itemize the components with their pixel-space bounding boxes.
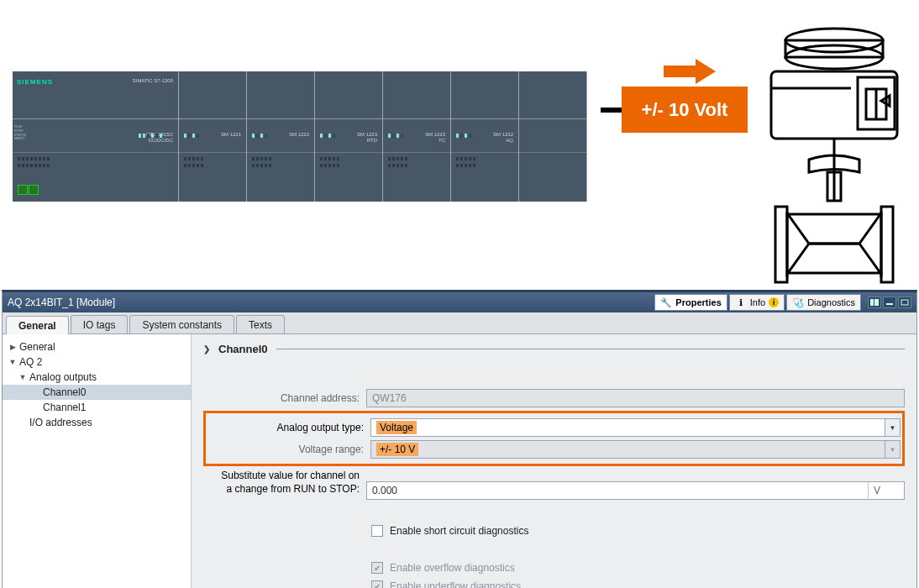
titlebar-tab-diagnostics[interactable]: 🩺 Diagnostics [786,294,861,311]
hardware-diagram: SIEMENS SIMATIC S7-1200 RUNSTOPERRORMAIN… [13,0,906,286]
svg-rect-20 [886,303,893,305]
nav-item-analog-outputs[interactable]: ▼Analog outputs [3,370,191,385]
sm-label: SM 1223 TC [425,132,445,143]
dropdown-output-type[interactable]: Voltage ▼ [370,418,901,437]
sm-label: SM 1221 [221,132,241,138]
properties-panel: AQ 2x14BIT_1 [Module] 🔧 Properties ℹ Inf… [2,290,917,588]
cpu-module: SIEMENS SIMATIC S7-1200 RUNSTOPERRORMAIN… [13,71,179,202]
checkbox-underflow: ✔ Enable underflow diagnostics [371,580,905,588]
checkbox-overflow: ✔ Enable overflow diagnostics [371,562,905,574]
sm-label: SM 1232 AQ [493,132,513,143]
tab-general[interactable]: General [6,316,69,334]
sm-module-empty [519,71,587,202]
svg-marker-0 [664,59,716,84]
checkbox-icon: ✔ [371,580,383,588]
svg-rect-14 [775,207,787,282]
properties-icon: 🔧 [660,297,672,308]
family-label: SIMATIC S7-1200 [133,78,173,83]
nav-item-channel0[interactable]: Channel0 [3,385,191,400]
lbl-substitute-value: Substitute value for channel ona change … [203,470,360,496]
signal-label-box: +/- 10 Volt [622,87,748,133]
value: 0.000 [372,485,397,496]
info-icon: ℹ [735,297,747,308]
lbl-voltage-range: Voltage range: [207,444,364,455]
expand-icon[interactable]: ▼ [18,373,28,381]
nav-label: Channel1 [43,402,86,413]
sm-label: SM 1222 [289,132,309,138]
tab-io-tags[interactable]: IO tags [71,315,129,333]
nav-item-io-addresses[interactable]: I/O addresses [3,415,191,430]
svg-rect-19 [874,299,879,306]
tab-system-constants[interactable]: System constants [129,315,234,333]
signal-cable [601,108,622,113]
panel-layout-button[interactable] [868,297,881,308]
nav-label: Channel0 [43,386,86,398]
checkbox-icon[interactable] [371,525,383,537]
value: +/- 10 V [376,443,418,456]
expand-icon[interactable]: ▼ [8,358,18,366]
svg-rect-18 [870,299,874,306]
diagnostics-icon: 🩺 [792,297,804,308]
ethernet-ports-icon [18,185,41,197]
svg-rect-15 [881,207,893,282]
titlebar-tab-properties[interactable]: 🔧 Properties [654,294,727,311]
brand-label: SIEMENS [17,78,53,86]
input-substitute-value[interactable]: 0.000 V [366,481,905,500]
sm-module: SM 1222 [247,71,315,202]
nav-item-aq2[interactable]: ▼AQ 2 [3,354,191,370]
panel-minimize-button[interactable] [883,297,896,308]
checkbox-label: Enable overflow diagnostics [390,562,515,574]
panel-title: AQ 2x14BIT_1 [Module] [8,297,115,308]
titlebar-tab-info[interactable]: ℹ Info i [729,294,785,311]
panel-maximize-button[interactable] [898,297,911,308]
sm-module: SM 1223 RTD [315,71,383,202]
nav-label: Analog outputs [29,371,97,383]
content-pane: ❯ Channel0 Channel address: QW176 Analog… [192,334,916,588]
panel-titlebar: AQ 2x14BIT_1 [Module] 🔧 Properties ℹ Inf… [3,292,916,312]
unit-label: V [868,482,885,499]
titlebar-tab-label: Info [750,297,765,307]
arrow-right-icon [664,59,716,84]
nav-tree[interactable]: ▶General ▼AQ 2 ▼Analog outputs Channel0 … [3,334,192,588]
info-badge-icon: i [769,297,779,307]
value: QW176 [372,392,407,404]
titlebar-tab-label: Diagnostics [807,297,855,307]
lbl-channel-address: Channel address: [203,392,360,404]
sm-module: SM 1232 AQ [451,71,519,202]
nav-item-channel1[interactable]: Channel1 [3,400,191,415]
titlebar-tab-label: Properties [675,297,721,307]
svg-marker-12 [788,214,880,244]
chevron-right-icon[interactable]: ❯ [203,344,210,354]
svg-marker-13 [788,244,880,273]
property-tabs: General IO tags System constants Texts [3,312,916,334]
tab-texts[interactable]: Texts [236,315,285,333]
value: Voltage [376,421,417,434]
expand-icon[interactable]: ▶ [8,343,18,351]
plc-rack: SIEMENS SIMATIC S7-1200 RUNSTOPERRORMAIN… [13,71,587,202]
nav-label: AQ 2 [19,356,42,368]
lbl-output-type: Analog output type: [207,422,364,433]
checkbox-label: Enable short circuit diagnostics [390,525,528,537]
sm-module: SM 1221 [179,71,247,202]
highlight-group: Analog output type: Voltage ▼ Voltage ra… [203,411,905,466]
sm-module: SM 1223 TC [383,71,451,202]
field-channel-address: QW176 [366,389,905,407]
cpu-status-labels: RUNSTOPERRORMAINT [14,125,26,141]
svg-rect-21 [901,300,908,305]
nav-label: I/O addresses [29,417,92,428]
nav-item-general[interactable]: ▶General [3,339,191,354]
checkbox-label: Enable underflow diagnostics [390,580,521,588]
dropdown-voltage-range: +/- 10 V ▼ [370,440,901,459]
chevron-down-icon: ▼ [885,441,900,458]
checkbox-icon: ✔ [371,562,383,574]
chevron-down-icon[interactable]: ▼ [885,419,900,436]
control-valve-icon [750,25,918,288]
sm-label: SM 1223 RTD [357,132,377,143]
nav-label: General [19,341,55,353]
checkbox-short-circuit[interactable]: Enable short circuit diagnostics [371,525,905,537]
section-title: Channel0 [218,343,268,355]
